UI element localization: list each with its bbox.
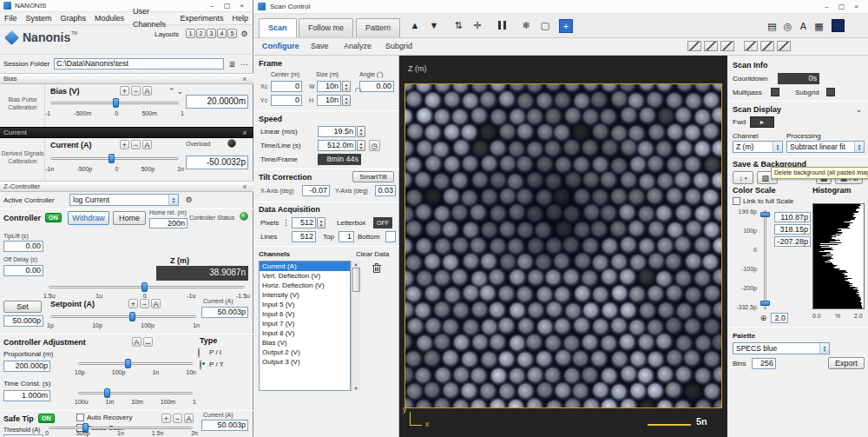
channel-dropdown[interactable]: Z (m) ▴▾ (733, 141, 783, 153)
layouts-gear-icon[interactable]: ⚙ (240, 29, 249, 38)
channel-item[interactable]: Current (A) (260, 262, 350, 271)
channel-item[interactable]: Intensity (V) (260, 290, 350, 300)
add-scan-icon[interactable]: + (559, 19, 573, 33)
scan-display-collapse-icon[interactable]: ⌄ (854, 104, 864, 114)
withdraw-button[interactable]: Withdraw (68, 211, 109, 225)
channel-item[interactable]: Input 5 (V) (260, 300, 350, 309)
menu-system[interactable]: System (22, 12, 56, 25)
scale-low-field[interactable]: -207.28p (774, 236, 811, 247)
bins-field[interactable]: 256 (752, 358, 776, 369)
setpoint-field[interactable]: 50.000p (3, 315, 43, 327)
graph-toggle-3[interactable] (720, 41, 734, 51)
menu-experiments[interactable]: Experiments (175, 12, 227, 25)
graph-toggle-2[interactable] (704, 41, 718, 51)
scan-maximize-icon[interactable]: ▢ (834, 1, 849, 12)
target-icon[interactable]: ◎ (781, 18, 794, 34)
layout-5-button[interactable]: 5 (227, 29, 237, 38)
color-scale-high-handle[interactable] (760, 212, 770, 217)
session-more-icon[interactable]: ⋯ (240, 59, 249, 69)
subgrid-icon[interactable] (826, 88, 835, 96)
line-step-icon[interactable]: ⇅ (450, 17, 467, 33)
graph-toggle-4[interactable] (744, 41, 758, 51)
bottom-field[interactable] (385, 231, 396, 242)
subtab-analyze[interactable]: Analyze (344, 42, 372, 50)
minimize-icon[interactable]: – (205, 0, 220, 11)
tab-pattern[interactable]: Pattern (356, 18, 400, 37)
sigma-field[interactable]: 2.0 (771, 313, 788, 323)
palette-dropdown[interactable]: SPECS blue ▴▾ (733, 342, 830, 354)
linear-speed-field[interactable]: 19.5n (318, 126, 356, 137)
pixels-field[interactable]: 512 (292, 217, 316, 228)
adjustment-autoscale-icon[interactable]: A (132, 337, 141, 347)
channel-item[interactable]: Input 7 (V) (260, 319, 350, 328)
bias-autoscale-icon[interactable]: A (142, 86, 152, 96)
scan-minimize-icon[interactable]: – (819, 1, 834, 12)
home-button[interactable]: Home (113, 211, 146, 225)
trash-icon[interactable] (372, 262, 382, 275)
session-list-icon[interactable]: ≣ (227, 59, 237, 69)
fwd-bwd-toggle[interactable]: ► (750, 116, 774, 128)
offdelay-field[interactable]: 0.00 (3, 265, 43, 276)
channel-item[interactable]: Vert. Deflection (V) (260, 271, 350, 281)
graph-toggle-6[interactable] (777, 41, 791, 51)
sigma-icon[interactable]: ⊕ (759, 313, 768, 322)
active-controller-dropdown[interactable]: log Current ▴▾ (69, 194, 179, 206)
top-field[interactable]: 1 (339, 231, 354, 242)
linear-speed-spinner[interactable]: ▴▾ (357, 126, 365, 137)
grid-view-icon[interactable]: ▦ (812, 18, 825, 34)
time-const-field[interactable]: 1.000m (3, 390, 50, 401)
current-plus-icon[interactable]: + (120, 140, 129, 149)
xc-field[interactable]: 0 (271, 81, 302, 92)
scale-range-field[interactable]: 318.15p (774, 224, 811, 235)
bias-plus-icon[interactable]: + (120, 86, 129, 96)
layout-3-button[interactable]: 3 (207, 29, 216, 38)
adjustment-arrows-icon[interactable]: ↔ (143, 337, 153, 347)
controller-on-toggle[interactable]: ON (45, 213, 62, 222)
bias-minus-icon[interactable]: − (131, 86, 141, 96)
current-close-icon[interactable]: × (240, 129, 250, 137)
current-minus-icon[interactable]: − (131, 140, 141, 149)
dock-panel-icon[interactable] (832, 19, 845, 32)
current-value-field[interactable]: -50.0032p (186, 156, 248, 169)
current-slider[interactable] (50, 154, 179, 163)
letterbox-state[interactable]: OFF (373, 217, 392, 228)
auto-recovery-checkbox[interactable] (76, 414, 84, 421)
blank-frame-icon[interactable]: ▢ (536, 17, 554, 33)
type-pi-radio[interactable] (198, 348, 200, 358)
proportional-field[interactable]: 200.000p (3, 361, 50, 372)
controller-gear-icon[interactable]: ⚙ (184, 195, 194, 204)
export-button[interactable]: Export (828, 357, 865, 369)
subtab-configure[interactable]: Configure (262, 42, 299, 50)
bias-close-icon[interactable]: × (240, 75, 250, 83)
tab-follow-me[interactable]: Follow me (299, 18, 353, 37)
channel-item[interactable]: Output 2 (V) (260, 348, 350, 357)
tilt-x-field[interactable]: -0.07 (302, 185, 330, 196)
safetip-plus-icon[interactable]: + (161, 414, 171, 423)
time-const-slider[interactable] (78, 388, 193, 398)
bias-collapse-down-icon[interactable]: ⌄ (175, 86, 185, 96)
width-field[interactable]: 10n (317, 81, 341, 92)
scan-down-icon[interactable]: ▼ (425, 17, 443, 33)
channel-item[interactable]: Output 3 (V) (260, 357, 350, 367)
pause-icon[interactable] (493, 17, 510, 33)
z-slider[interactable] (49, 282, 245, 292)
arrange-windows-icon[interactable]: ▤ (766, 18, 779, 34)
setpoint-autoscale-icon[interactable]: A (151, 299, 161, 308)
width-spinner[interactable]: ▴▾ (342, 81, 351, 92)
current-autoscale-icon[interactable]: A (142, 140, 152, 149)
channels-scrollbar[interactable]: ▴▾ (351, 261, 360, 391)
menu-help[interactable]: Help (227, 12, 253, 25)
menu-graphs[interactable]: Graphs (56, 12, 91, 25)
type-pt-radio[interactable] (200, 360, 201, 370)
bias-slider[interactable] (50, 98, 179, 108)
pixels-spinner[interactable]: ▴▾ (317, 217, 326, 228)
freeze-icon[interactable]: ❄ (517, 17, 535, 33)
menu-modules[interactable]: Modules (90, 12, 128, 25)
home-rel-field[interactable]: 200n (149, 218, 187, 228)
time-line-field[interactable]: 512.0m (318, 140, 356, 151)
pixels-menu-icon[interactable]: ⋮ (281, 217, 291, 227)
color-scale-slider[interactable] (760, 210, 770, 309)
menu-file[interactable]: File (0, 12, 22, 25)
clock-icon[interactable]: ◷ (369, 140, 380, 151)
tiplift-field[interactable]: 0.00 (3, 241, 43, 252)
